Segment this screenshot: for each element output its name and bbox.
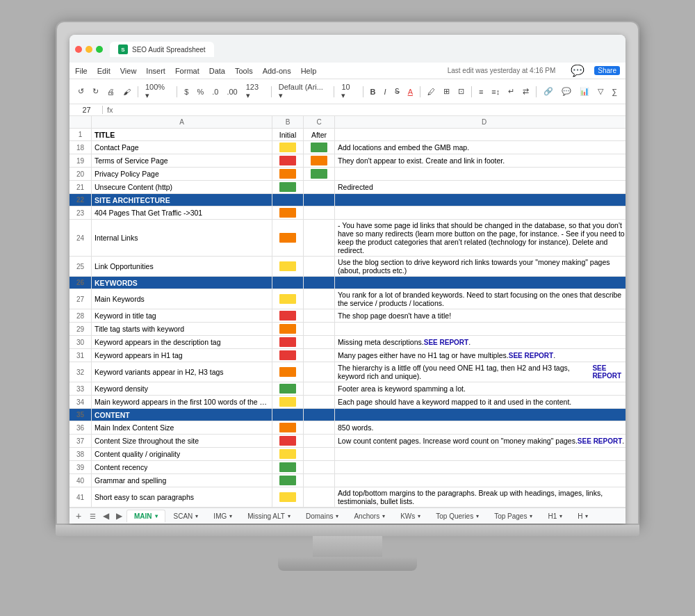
- table-row[interactable]: 20Privacy Policy Page: [70, 168, 626, 181]
- cell-initial[interactable]: [272, 409, 304, 421]
- sheet-tab-top-queries[interactable]: Top Queries ▾: [429, 510, 486, 522]
- comment-icon[interactable]: 💬: [571, 64, 584, 77]
- cell-after[interactable]: [304, 277, 335, 289]
- tab-next-button[interactable]: ▶: [113, 510, 125, 522]
- share-button[interactable]: Share: [594, 66, 620, 75]
- link-button[interactable]: 🔗: [541, 86, 556, 97]
- table-row[interactable]: 31Keyword appears in H1 tagMany pages ei…: [70, 349, 626, 362]
- cell-after[interactable]: [304, 448, 335, 460]
- valign-button[interactable]: ≡↕: [489, 86, 502, 97]
- cell-initial[interactable]: [272, 141, 304, 154]
- cell-initial[interactable]: [272, 461, 304, 473]
- rtl-button[interactable]: ⇄: [520, 86, 532, 97]
- undo-button[interactable]: ↺: [75, 86, 87, 97]
- cell-title[interactable]: Main Keywords: [92, 289, 272, 309]
- cell-after[interactable]: [304, 336, 335, 348]
- table-row[interactable]: 18Contact PageAdd locations and embed th…: [70, 141, 626, 154]
- menu-edit[interactable]: Edit: [97, 67, 111, 75]
- cell-initial[interactable]: [272, 206, 304, 219]
- table-row[interactable]: 25Link OpportunitiesUse the blog section…: [70, 257, 626, 277]
- table-row[interactable]: 30Keyword appears in the description tag…: [70, 336, 626, 349]
- cell-after[interactable]: [304, 154, 335, 167]
- cell-title[interactable]: Content quality / originality: [92, 448, 272, 460]
- table-row[interactable]: 29Title tag starts with keyword: [70, 323, 626, 336]
- cell-after[interactable]: [304, 289, 335, 309]
- cell-after[interactable]: [304, 220, 335, 256]
- decimal-dec-button[interactable]: .0: [209, 86, 221, 97]
- cell-after[interactable]: [304, 362, 335, 382]
- decimal-inc-button[interactable]: .00: [224, 86, 240, 97]
- cell-title[interactable]: 404 Pages That Get Traffic ->301: [92, 206, 272, 219]
- menu-file[interactable]: File: [75, 67, 88, 75]
- sheet-list-button[interactable]: ☰: [86, 510, 99, 522]
- table-row[interactable]: 24Internal Links- You have some page id …: [70, 220, 626, 257]
- table-row[interactable]: 28Keyword in title tagThe shop page does…: [70, 309, 626, 323]
- table-row[interactable]: 26KEYWORDS: [70, 277, 626, 289]
- see-report-link[interactable]: SEE REPORT: [509, 352, 553, 359]
- cell-initial[interactable]: [272, 168, 304, 180]
- cell-title[interactable]: Title tag starts with keyword: [92, 323, 272, 335]
- menu-data[interactable]: Data: [209, 67, 225, 75]
- sheet-tab-scan[interactable]: SCAN ▾: [167, 510, 206, 522]
- cell-after[interactable]: [304, 474, 335, 487]
- print-button[interactable]: 🖨: [104, 86, 117, 97]
- currency-button[interactable]: $: [181, 86, 191, 97]
- cell-initial[interactable]: [272, 277, 304, 289]
- cell-after[interactable]: [304, 194, 335, 206]
- see-report-link[interactable]: SEE REPORT: [578, 437, 622, 445]
- cell-after[interactable]: [304, 257, 335, 276]
- cell-after[interactable]: [304, 181, 335, 193]
- table-row[interactable]: 22SITE ARCHITECTURE: [70, 194, 626, 206]
- table-row[interactable]: 19Terms of Service PageThey don't appear…: [70, 154, 626, 168]
- format-number-button[interactable]: 123 ▾: [243, 81, 267, 102]
- cell-title[interactable]: TITLE: [92, 129, 272, 140]
- italic-button[interactable]: I: [382, 86, 389, 97]
- maximize-button[interactable]: [96, 46, 103, 53]
- cell-initial[interactable]: [272, 421, 304, 434]
- cell-title[interactable]: Terms of Service Page: [92, 154, 272, 167]
- function-button[interactable]: ∑: [609, 86, 620, 97]
- cell-initial[interactable]: [272, 474, 304, 487]
- cell-initial[interactable]: [272, 382, 304, 395]
- col-header-c[interactable]: C: [304, 116, 335, 128]
- table-row[interactable]: 39Content recency: [70, 461, 626, 474]
- cell-initial[interactable]: [272, 309, 304, 322]
- cell-title[interactable]: Unsecure Content (http): [92, 181, 272, 193]
- cell-after[interactable]: [304, 323, 335, 335]
- cell-after[interactable]: [304, 396, 335, 408]
- highlight-button[interactable]: 🖊: [425, 86, 438, 97]
- cell-title[interactable]: KEYWORDS: [92, 277, 272, 289]
- sheet-tab-kws[interactable]: KWs ▾: [393, 510, 427, 522]
- chart-button[interactable]: 📊: [577, 86, 592, 97]
- cell-title[interactable]: Contact Page: [92, 141, 272, 154]
- cell-title[interactable]: Keyword appears in H1 tag: [92, 349, 272, 362]
- menu-tools[interactable]: Tools: [235, 67, 253, 75]
- cell-after[interactable]: [304, 421, 335, 434]
- browser-tab[interactable]: S SEO Audit Spreadsheet: [110, 42, 214, 57]
- zoom-selector[interactable]: 100% ▾: [142, 81, 172, 102]
- cell-title[interactable]: Content Size throughout the site: [92, 435, 272, 447]
- sheet-tab-missing-alt[interactable]: Missing ALT ▾: [240, 510, 297, 522]
- table-row[interactable]: 35CONTENT: [70, 409, 626, 421]
- cell-initial[interactable]: [272, 181, 304, 193]
- cell-after[interactable]: [304, 309, 335, 322]
- table-row[interactable]: 32Keyword variants appear in H2, H3 tags…: [70, 362, 626, 382]
- cell-title[interactable]: Link Opportunities: [92, 257, 272, 276]
- wrap-button[interactable]: ↵: [505, 86, 517, 97]
- filter-button[interactable]: ▽: [595, 86, 606, 97]
- sheet-tab-top-pages[interactable]: Top Pages ▾: [487, 510, 539, 522]
- table-row[interactable]: 34Main keyword appears in the first 100 …: [70, 396, 626, 409]
- cell-title[interactable]: CONTENT: [92, 409, 272, 421]
- cell-after[interactable]: [304, 409, 335, 421]
- table-row[interactable]: 1TITLEInitialAfter: [70, 129, 626, 141]
- cell-title[interactable]: Internal Links: [92, 220, 272, 256]
- cell-after[interactable]: [304, 141, 335, 154]
- table-row[interactable]: 40Grammar and spelling: [70, 474, 626, 487]
- cell-initial[interactable]: [272, 154, 304, 167]
- cell-initial[interactable]: [272, 448, 304, 460]
- cell-initial[interactable]: [272, 349, 304, 362]
- minimize-button[interactable]: [85, 46, 92, 53]
- percent-button[interactable]: %: [194, 86, 206, 97]
- menu-help[interactable]: Help: [301, 67, 317, 75]
- menu-insert[interactable]: Insert: [146, 67, 165, 75]
